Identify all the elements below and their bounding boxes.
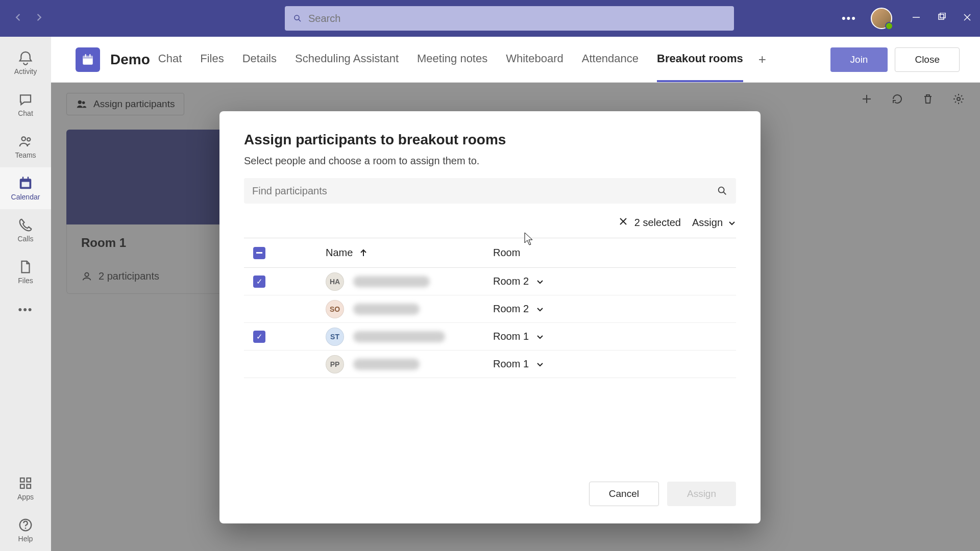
close-button[interactable]: Close	[895, 47, 960, 72]
svg-rect-14	[27, 478, 31, 482]
rail-more[interactable]: •••	[18, 293, 33, 327]
rail-files[interactable]: Files	[0, 251, 51, 293]
minimize-button[interactable]	[912, 13, 921, 24]
rail-label: Calendar	[11, 193, 40, 201]
participant-room-select[interactable]: Room 2	[489, 276, 736, 287]
files-icon	[18, 259, 33, 274]
clear-selection-button[interactable]	[619, 217, 627, 228]
assign-button[interactable]: Assign	[667, 482, 736, 506]
modal-subtitle: Select people and choose a room to assig…	[244, 155, 736, 167]
rail-apps[interactable]: Apps	[0, 467, 51, 509]
tab-chat[interactable]: Chat	[158, 37, 182, 82]
participant-checkbox[interactable]: ✓	[253, 276, 265, 288]
participant-room-select[interactable]: Room 1	[489, 358, 736, 370]
help-icon	[18, 517, 33, 533]
selected-count: 2 selected	[634, 217, 681, 229]
tab-whiteboard[interactable]: Whiteboard	[506, 37, 564, 82]
participant-room-select[interactable]: Room 2	[489, 303, 736, 315]
apps-icon	[18, 475, 33, 491]
participant-avatar: ST	[326, 328, 344, 346]
rail-label: Help	[18, 535, 33, 543]
svg-point-0	[295, 15, 299, 20]
tab-breakout-rooms[interactable]: Breakout rooms	[657, 37, 743, 82]
participant-avatar: PP	[326, 355, 344, 373]
svg-rect-21	[85, 54, 86, 57]
svg-rect-16	[27, 485, 31, 489]
participant-row: SORoom 2	[244, 295, 736, 323]
svg-point-8	[27, 138, 30, 141]
chat-icon	[18, 92, 33, 107]
participant-checkbox[interactable]	[253, 303, 265, 315]
rail-label: Files	[18, 277, 33, 285]
search-icon	[293, 14, 302, 23]
svg-rect-22	[89, 54, 90, 57]
back-button[interactable]	[12, 12, 23, 26]
svg-rect-15	[20, 485, 24, 489]
participant-name	[353, 359, 420, 370]
tab-scheduling-assistant[interactable]: Scheduling Assistant	[295, 37, 399, 82]
join-button[interactable]: Join	[830, 47, 888, 72]
calls-icon	[18, 217, 33, 233]
participant-avatar: SO	[326, 300, 344, 318]
calendar-icon	[18, 176, 33, 191]
more-icon[interactable]: •••	[842, 12, 856, 25]
modal-title: Assign participants to breakout rooms	[244, 132, 736, 148]
select-all-checkbox[interactable]	[253, 247, 265, 259]
search-input[interactable]	[308, 13, 726, 24]
presence-available-icon	[885, 22, 893, 30]
assign-dropdown[interactable]: Assign	[692, 217, 736, 229]
rail-help[interactable]: Help	[0, 509, 51, 551]
rail-label: Calls	[17, 235, 33, 243]
sort-asc-icon	[359, 248, 368, 258]
chevron-down-icon	[728, 219, 736, 227]
find-participants-field[interactable]	[244, 178, 736, 204]
svg-rect-20	[83, 56, 93, 58]
participant-row: PPRoom 1	[244, 350, 736, 378]
svg-rect-13	[20, 478, 24, 482]
forward-button[interactable]	[34, 12, 45, 26]
teams-icon	[18, 134, 33, 149]
svg-rect-12	[28, 177, 29, 180]
add-tab-button[interactable]: +	[758, 52, 766, 67]
rail-calendar[interactable]: Calendar	[0, 167, 51, 209]
tab-files[interactable]: Files	[200, 37, 224, 82]
find-participants-input[interactable]	[252, 185, 717, 197]
participant-checkbox[interactable]	[253, 358, 265, 370]
svg-rect-3	[939, 14, 944, 19]
tab-attendance[interactable]: Attendance	[582, 37, 639, 82]
participant-room-select[interactable]: Room 1	[489, 331, 736, 342]
meeting-tabbar: Demo ChatFilesDetailsScheduling Assistan…	[51, 37, 980, 83]
profile-avatar[interactable]	[871, 8, 892, 29]
rail-calls[interactable]: Calls	[0, 209, 51, 251]
tab-meeting-notes[interactable]: Meeting notes	[417, 37, 487, 82]
participant-row: ✓STRoom 1	[244, 323, 736, 350]
participant-avatar: HA	[326, 272, 344, 291]
column-room[interactable]: Room	[489, 247, 736, 259]
rail-label: Apps	[17, 493, 34, 501]
meeting-title: Demo	[110, 52, 150, 68]
svg-rect-10	[22, 182, 30, 187]
column-name[interactable]: Name	[275, 247, 489, 259]
svg-point-29	[719, 187, 724, 193]
cancel-button[interactable]: Cancel	[589, 482, 659, 506]
rail-activity[interactable]: Activity	[0, 42, 51, 84]
search-box[interactable]	[285, 6, 734, 31]
rail-label: Teams	[15, 151, 36, 159]
participant-row: ✓HARoom 2	[244, 268, 736, 295]
rail-teams[interactable]: Teams	[0, 126, 51, 167]
participant-checkbox[interactable]: ✓	[253, 331, 265, 343]
rail-chat[interactable]: Chat	[0, 84, 51, 126]
maximize-button[interactable]	[937, 13, 946, 24]
svg-line-1	[299, 19, 301, 21]
tab-details[interactable]: Details	[242, 37, 277, 82]
svg-line-30	[724, 192, 726, 195]
close-window-button[interactable]	[963, 13, 972, 24]
table-header: Name Room	[244, 238, 736, 268]
svg-rect-4	[940, 13, 945, 18]
participant-name	[353, 331, 445, 342]
search-icon	[717, 185, 728, 196]
svg-point-7	[22, 137, 26, 141]
calendar-app-icon	[76, 47, 100, 72]
participant-name	[353, 304, 420, 315]
titlebar: •••	[0, 0, 980, 37]
